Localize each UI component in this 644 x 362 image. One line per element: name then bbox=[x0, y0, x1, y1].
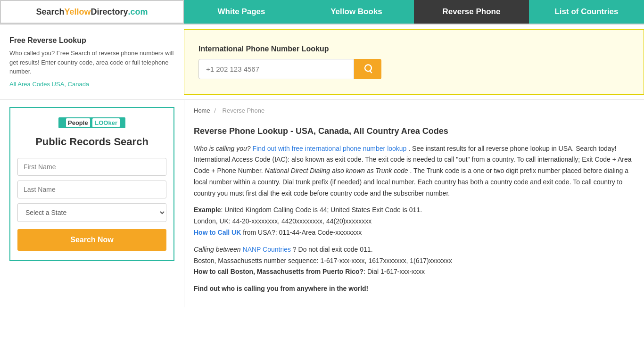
state-select[interactable]: Select a State Alabama Alaska Arizona Ar… bbox=[17, 203, 166, 222]
para2-london: London, UK: 44-20-xxxxxxxx, 4420xxxxxxxx… bbox=[194, 217, 372, 225]
people-looker-widget: People LOOker Public Records Search Sele… bbox=[9, 107, 174, 262]
logo-com: .com bbox=[128, 7, 148, 17]
main-content: People LOOker Public Records Search Sele… bbox=[0, 100, 644, 308]
nav-tab-list-countries[interactable]: List of Countries bbox=[529, 0, 644, 24]
phone-lookup-row bbox=[198, 59, 629, 79]
example-bold: Example bbox=[194, 206, 221, 214]
nav-tab-white-pages[interactable]: White Pages bbox=[184, 0, 299, 24]
logo-search: Search bbox=[36, 7, 64, 17]
calling-between-text: Calling between bbox=[194, 246, 241, 253]
free-lookup-description: Who called you? Free Search of reverse p… bbox=[9, 49, 174, 76]
logo-yellow: Yellow bbox=[64, 7, 91, 17]
people-looker-badge: People LOOker bbox=[58, 117, 125, 128]
breadcrumb-home[interactable]: Home bbox=[194, 107, 210, 114]
free-lookup-link[interactable]: Find out with free international phone n… bbox=[253, 145, 407, 152]
nav-tab-yellow-books[interactable]: Yellow Books bbox=[299, 0, 414, 24]
content-paragraph-4: Calling between NANP Countries ? Do not … bbox=[194, 244, 635, 278]
site-logo[interactable]: SearchYellowDirectory.com bbox=[0, 0, 184, 24]
navigation: SearchYellowDirectory.com White Pages Ye… bbox=[0, 0, 644, 25]
phone-lookup-label: International Phone Number Lookup bbox=[198, 45, 629, 53]
para6-text: : Dial 1-617-xxx-xxxx bbox=[363, 268, 425, 275]
content-area: Home / Reverse Phone Reverse Phone Looku… bbox=[184, 100, 644, 308]
sidebar: People LOOker Public Records Search Sele… bbox=[0, 100, 184, 308]
breadcrumb-current: Reverse Phone bbox=[223, 107, 265, 114]
search-now-button[interactable]: Search Now bbox=[17, 229, 166, 251]
para1-italic: National Direct Dialing also known as Tr… bbox=[265, 167, 408, 174]
last-name-input[interactable] bbox=[17, 181, 166, 198]
phone-search-button[interactable] bbox=[354, 59, 381, 79]
content-heading: Reverse Phone Lookup - USA, Canada, All … bbox=[194, 126, 635, 136]
badge-text-people: People bbox=[66, 118, 90, 127]
free-lookup-title: Free Reverse Lookup bbox=[9, 36, 174, 45]
nanp-countries-link[interactable]: NANP Countries bbox=[243, 246, 291, 253]
find-out-text: Find out who is calling you from anywher… bbox=[194, 285, 368, 292]
logo-directory: Directory bbox=[91, 7, 128, 17]
how-to-call-uk-link[interactable]: How to Call UK bbox=[194, 229, 241, 236]
badge-text-looker: LOOker bbox=[92, 118, 120, 127]
first-name-input[interactable] bbox=[17, 158, 166, 176]
breadcrumb: Home / Reverse Phone bbox=[194, 107, 635, 119]
para5-boston: Boston, Massachusetts number sequence: 1… bbox=[194, 257, 452, 264]
top-section: Free Reverse Lookup Who called you? Free… bbox=[0, 25, 644, 100]
sidebar-title: Public Records Search bbox=[17, 135, 166, 149]
para2-text: : United Kingdom Calling Code is 44; Uni… bbox=[221, 206, 422, 214]
area-codes-link[interactable]: All Area Codes USA, Canada bbox=[9, 81, 89, 88]
top-left-info: Free Reverse Lookup Who called you? Free… bbox=[0, 29, 184, 95]
phone-lookup-panel: International Phone Number Lookup bbox=[184, 29, 644, 95]
search-icon bbox=[363, 64, 373, 74]
phone-input[interactable] bbox=[198, 59, 354, 79]
content-paragraph-7: Find out who is calling you from anywher… bbox=[194, 283, 635, 295]
content-paragraph-2: Example: United Kingdom Calling Code is … bbox=[194, 205, 635, 238]
content-paragraph-1: Who is calling you? Find out with free i… bbox=[194, 143, 635, 199]
breadcrumb-separator: / bbox=[214, 107, 216, 114]
para4-text: ? Do not dial exit code 011. bbox=[293, 246, 373, 253]
para3-text: from USA?: 011-44-Area Code-xxxxxxxx bbox=[241, 229, 362, 236]
nav-tab-reverse-phone[interactable]: Reverse Phone bbox=[414, 0, 529, 24]
para6-bold: How to call Boston, Massachusetts from P… bbox=[194, 268, 363, 275]
who-is-calling-text: Who is calling you? bbox=[194, 145, 251, 152]
